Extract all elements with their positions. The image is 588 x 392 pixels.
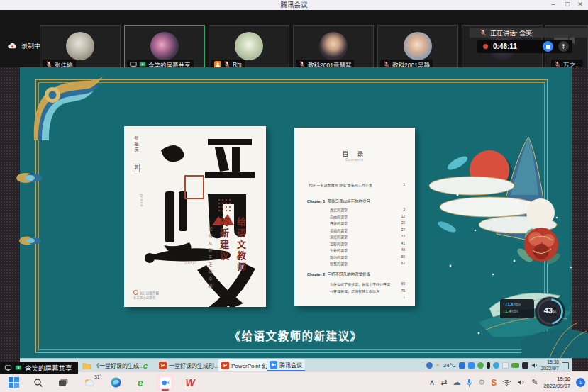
search-button[interactable] — [29, 374, 48, 391]
wps-button[interactable]: W — [181, 374, 199, 391]
publisher-logo-icon — [133, 290, 138, 295]
tray-shield-icon[interactable] — [426, 362, 433, 369]
tray-chevron-up-icon[interactable]: ∧ — [429, 378, 435, 387]
participant-tile[interactable]: 教科2001吴静 — [377, 25, 458, 72]
tray-battery-icon[interactable] — [511, 363, 519, 368]
participant-tile[interactable]: 教科2001章慧琴 — [293, 25, 374, 72]
notification-panel-icon[interactable] — [562, 362, 569, 369]
screen-share-icon — [130, 61, 137, 68]
speaking-label: 正在讲话: 含笑; — [490, 28, 534, 38]
recording-control-pill: 0:46:11 — [477, 40, 572, 53]
shared-screen-taskbar: 《一堂好课的生成... e P 一堂好课的生成形... P PowerPoint… — [20, 358, 572, 371]
widgets-weather-button[interactable]: 31° — [79, 374, 100, 391]
local-system-tray: ∧ ⇄ ☁ ⚙ S ✎ 15:38 2022/09/07 1 — [429, 372, 585, 392]
participant-name: Rhj — [233, 61, 242, 68]
toc-item: 简约的课堂56 — [330, 254, 405, 259]
maximize-button[interactable]: □ — [561, 0, 574, 10]
avatar — [319, 32, 348, 60]
tray-gear-icon[interactable]: ⚙ — [478, 378, 485, 387]
avatar — [235, 32, 263, 60]
toc-item: 温暖的课堂41 — [330, 241, 405, 246]
tray-icon[interactable] — [502, 362, 509, 369]
tray-icon[interactable] — [459, 362, 465, 369]
edge-browser-button[interactable] — [106, 374, 125, 391]
cloud-record-icon — [7, 42, 18, 50]
weather-temp[interactable]: 34°C — [443, 362, 456, 369]
tencent-meeting-icon — [270, 361, 277, 369]
participant-tile-sharing[interactable]: 含笑的屏幕共享 — [124, 25, 205, 72]
tray-wifi-icon[interactable] — [502, 379, 511, 386]
screen-share-icon — [4, 364, 12, 371]
start-button[interactable] — [4, 374, 23, 391]
toc-item: 生长的课堂48 — [330, 247, 405, 252]
participant-tile[interactable]: 张佳婷 — [40, 25, 121, 72]
powerpoint-icon: P — [159, 362, 167, 369]
tray-pen-icon[interactable]: ✎ — [531, 378, 538, 387]
mic-active-icon — [139, 61, 146, 68]
close-button[interactable]: ✕ — [574, 0, 587, 10]
slide-title: 《给语文教师的新建议》 — [91, 327, 501, 343]
tray-mic-icon[interactable] — [487, 362, 490, 369]
local-taskbar: 31° e — [0, 371, 588, 392]
tray-cloud-icon[interactable]: ☁ — [453, 378, 460, 387]
tencent-meeting-button[interactable] — [156, 374, 174, 391]
tencent-meeting-icon — [160, 377, 171, 388]
window-titlebar: 腾讯会议 – □ ✕ — [0, 0, 588, 11]
tray-mic-icon[interactable] — [466, 379, 472, 387]
taskbar-item-meeting[interactable]: 腾讯会议 — [267, 359, 305, 371]
recording-timer: 0:46:11 — [493, 43, 517, 50]
speaking-banner: 正在讲话: 含笑; — [470, 28, 588, 38]
download-speed: ↓1.4 — [503, 308, 511, 315]
window-title: 腾讯会议 — [0, 0, 588, 10]
toc-chapter2-heading: Chapter 2三招不同凡响的课堂修炼 — [307, 271, 405, 277]
tray-volume-icon[interactable] — [517, 379, 526, 386]
slide-gold-frame — [35, 79, 548, 353]
toc-item: 深度的课堂33 — [330, 234, 405, 239]
toc-header-en: Contents — [294, 158, 415, 162]
toc-preface: 代序 一名语文教师“野蛮”生长的三两小事1 — [309, 182, 405, 187]
cover-author: 张祖庆 著 — [133, 136, 140, 172]
mic-muted-icon — [299, 61, 306, 68]
toc-item: 自由的课堂12 — [330, 214, 405, 219]
minimize-button[interactable]: – — [547, 0, 560, 10]
browser-360-icon: e — [143, 362, 148, 370]
screen-share-banner[interactable]: 含笑的屏幕共享 — [0, 362, 78, 374]
cover-pinyin-side: yuwen — [140, 194, 143, 207]
notification-badge[interactable]: 1 — [576, 378, 585, 387]
book-cover-page: 张祖庆 著 yuwen jianyi 给语文教师 的新建议 如何从新手走向卓越 … — [124, 126, 266, 307]
tray-volume-icon[interactable] — [531, 362, 538, 369]
mic-button[interactable] — [558, 41, 569, 52]
task-view-button[interactable] — [54, 374, 72, 391]
tray-sync-arrows-icon[interactable]: ⇄ — [440, 378, 447, 387]
taskbar-item-browser[interactable]: e — [140, 359, 150, 371]
participant-tile[interactable]: Rhj — [209, 25, 289, 72]
toc-item: 为什么听了很多课，依然上不好公开课69 — [330, 281, 405, 286]
letterbox-left — [0, 67, 20, 371]
taskbar-item-ppt1[interactable]: P 一堂好课的生成形... — [156, 359, 222, 371]
tray-icon[interactable] — [477, 362, 484, 369]
avatar — [66, 32, 94, 60]
mic-icon — [560, 43, 567, 50]
toc-page-number: 1 — [403, 295, 405, 299]
network-speed-widget[interactable]: ↑71.6KB/s ↓1.4KB/s — [500, 299, 534, 318]
avatar — [150, 32, 179, 60]
percent-float-ball[interactable]: 43% — [536, 297, 565, 326]
taskbar-item-folder[interactable]: 《一堂好课的生成... — [79, 359, 147, 371]
tray-icon[interactable] — [522, 362, 528, 369]
cover-title: 给语文教师 的新建议 如何从新手走向卓越 — [202, 217, 248, 302]
toc-item: 智慧的课堂62 — [330, 261, 405, 266]
cloud-ornament-icon — [31, 75, 105, 143]
recording-dot — [483, 44, 488, 49]
task-view-icon — [58, 378, 69, 387]
tray-icon[interactable] — [468, 362, 475, 369]
tray-sogou-icon[interactable]: S — [491, 378, 497, 388]
avatar — [404, 32, 432, 60]
weather-cloud-icon — [84, 378, 95, 387]
search-icon — [33, 378, 43, 388]
stop-recording-button[interactable] — [543, 41, 553, 52]
browser-360-button[interactable]: e — [131, 374, 150, 391]
shared-clock[interactable]: 15:38 2022/9/7 — [541, 359, 559, 371]
local-clock[interactable]: 15:38 2022/09/07 — [543, 376, 570, 389]
toc-chapter1-heading: Chapter 1那些与课纠缠不休的岁月 — [307, 198, 405, 204]
tray-globe-icon[interactable] — [493, 362, 499, 369]
